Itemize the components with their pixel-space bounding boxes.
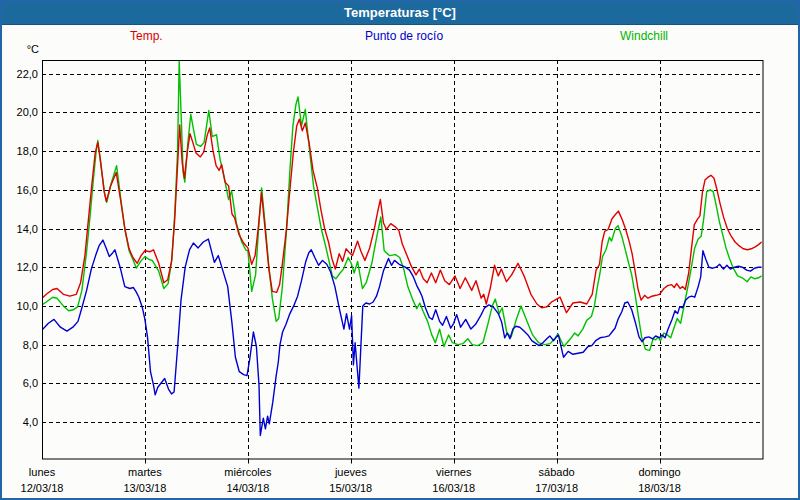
- temperature-chart: 22,020,018,016,014,012,010,08,06,04,0°Cl…: [2, 2, 800, 500]
- y-tick-label: 20,0: [17, 106, 38, 118]
- x-axis-day-label: viernes: [436, 466, 472, 478]
- x-axis-date-label: 17/03/18: [535, 482, 578, 494]
- temp-line: [42, 119, 762, 313]
- windchill-line: [42, 61, 762, 350]
- x-axis-day-label: martes: [128, 466, 162, 478]
- x-axis-day-label: domingo: [638, 466, 680, 478]
- x-axis-date-label: 16/03/18: [432, 482, 475, 494]
- y-tick-label: 6,0: [23, 377, 38, 389]
- y-tick-label: 18,0: [17, 145, 38, 157]
- x-axis-day-label: jueves: [334, 466, 367, 478]
- x-axis-date-label: 13/03/18: [124, 482, 167, 494]
- x-axis-date-label: 12/03/18: [21, 482, 64, 494]
- y-tick-label: 14,0: [17, 223, 38, 235]
- y-axis-unit-label: °C: [27, 43, 39, 55]
- y-tick-label: 16,0: [17, 184, 38, 196]
- y-tick-label: 4,0: [23, 416, 38, 428]
- x-axis-date-label: 14/03/18: [226, 482, 269, 494]
- y-tick-label: 10,0: [17, 300, 38, 312]
- x-axis-day-label: lunes: [29, 466, 56, 478]
- x-axis-day-label: miércoles: [224, 466, 272, 478]
- x-axis-date-label: 15/03/18: [329, 482, 372, 494]
- dewpoint-line: [42, 239, 762, 435]
- y-tick-label: 12,0: [17, 261, 38, 273]
- weather-chart-window: Temperaturas [°C] Temp. Punto de rocío W…: [0, 0, 800, 500]
- y-tick-label: 22,0: [17, 68, 38, 80]
- x-axis-day-label: sábado: [539, 466, 575, 478]
- x-axis-date-label: 18/03/18: [638, 482, 681, 494]
- y-tick-label: 8,0: [23, 339, 38, 351]
